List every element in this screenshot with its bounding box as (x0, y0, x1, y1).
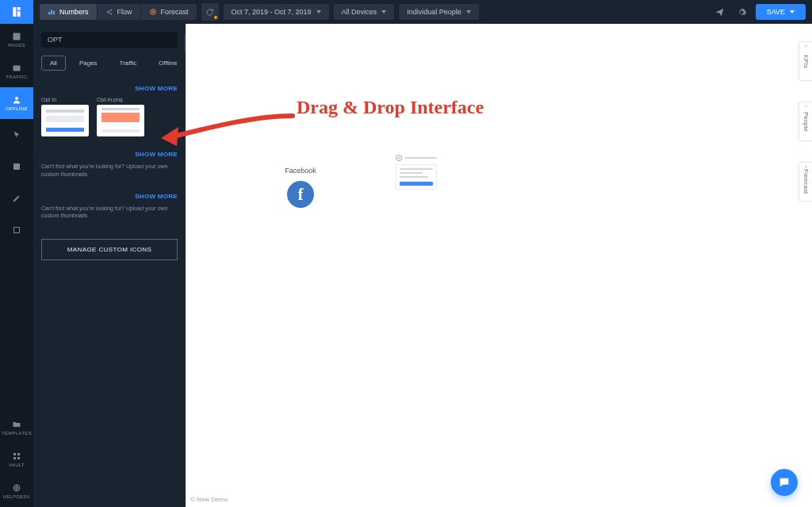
sidebar-item-pen[interactable] (0, 182, 33, 214)
canvas[interactable]: Drag & Drop Interface Facebook f © New D… (186, 24, 802, 507)
sidebar-item-pages[interactable]: PAGES (0, 24, 33, 56)
square-icon (11, 225, 22, 235)
device-filter[interactable]: All Devices (334, 4, 395, 20)
show-more-link[interactable]: SHOW MORE (41, 85, 178, 92)
send-icon (714, 7, 725, 17)
footer-text: © New Demo (190, 496, 228, 503)
sidebar-item-label: TEMPLATES (2, 431, 32, 436)
sidebar-item-label: PAGES (8, 43, 25, 48)
app-logo[interactable] (0, 0, 33, 24)
assets-panel: OPT All Pages Traffic Offline SHOW MORE … (33, 24, 186, 507)
svg-point-17 (151, 11, 154, 13)
svg-point-14 (110, 10, 112, 11)
tab-label: Offline (159, 60, 177, 67)
thumbnail-item[interactable]: Opt-in.png (97, 97, 144, 136)
tab-label: All (50, 60, 57, 67)
thumb-title: Opt In (41, 97, 89, 102)
chevron-left-icon: ‹ (802, 106, 810, 108)
segment-flow[interactable]: Flow (98, 4, 141, 20)
text-icon (11, 162, 22, 171)
svg-rect-12 (53, 11, 55, 15)
thumb-preview (97, 105, 144, 136)
svg-rect-10 (48, 12, 50, 14)
svg-rect-8 (17, 457, 20, 459)
date-range-picker[interactable]: Oct 7, 2019 - Oct 7, 2019 (224, 4, 329, 20)
page-icon (396, 155, 402, 161)
chevron-down-icon (466, 10, 471, 13)
tab-all[interactable]: All (41, 56, 66, 71)
annotation-arrow-icon (158, 106, 301, 162)
refresh-button[interactable] (201, 3, 219, 21)
segment-label: Forecast (161, 8, 189, 16)
cursor-icon (11, 130, 22, 140)
sidebar-item-traffic[interactable]: TRAFFIC (0, 56, 33, 87)
left-sidebar: PAGES TRAFFIC OFFLINE TEMPLATES VAULT HE… (0, 0, 33, 507)
save-button[interactable]: SAVE (756, 4, 806, 20)
show-more-link[interactable]: SHOW MORE (41, 193, 178, 200)
chevron-left-icon: ‹ (802, 45, 810, 48)
segment-forecast[interactable]: Forecast (141, 4, 197, 20)
chat-icon (778, 476, 791, 489)
pen-icon (11, 194, 22, 203)
svg-point-16 (150, 10, 155, 15)
optin-node[interactable] (396, 155, 437, 190)
svg-rect-6 (17, 453, 20, 455)
chat-button[interactable] (771, 469, 798, 496)
svg-point-15 (110, 13, 112, 15)
node-header (396, 155, 437, 161)
traffic-icon (11, 63, 22, 73)
top-toolbar: Numbers Flow Forecast Oct 7, 2019 - Oct … (33, 0, 812, 24)
thumbnail-item[interactable]: Opt In (41, 97, 89, 136)
date-label: Oct 7, 2019 - Oct 7, 2019 (232, 8, 312, 16)
tab-label: Pages (79, 60, 98, 67)
sidebar-item-templates[interactable]: TEMPLATES (0, 412, 33, 444)
svg-rect-7 (13, 457, 16, 459)
sidebar-item-vault[interactable]: VAULT (0, 444, 33, 475)
segment-label: Numbers (59, 8, 89, 16)
sidebar-item-offline[interactable]: OFFLINE (0, 87, 33, 119)
sidebar-item-helpdesk[interactable]: HELPDESK (0, 475, 33, 507)
sidebar-item-text[interactable] (0, 151, 33, 182)
folder-icon (11, 420, 22, 429)
tab-offline[interactable]: Offline (150, 56, 186, 71)
gear-icon (737, 7, 747, 17)
svg-rect-3 (13, 163, 20, 170)
notification-dot (214, 16, 217, 19)
sidebar-item-square[interactable] (0, 214, 33, 246)
svg-rect-5 (13, 453, 16, 455)
refresh-icon (205, 8, 214, 17)
offline-icon (11, 95, 22, 105)
right-tab-forecast[interactable]: ‹ Forecast (799, 162, 812, 202)
people-label: Individual People (407, 8, 462, 16)
grid-icon (11, 451, 22, 461)
target-icon (149, 8, 157, 16)
people-filter[interactable]: Individual People (399, 4, 479, 20)
share-button[interactable] (711, 3, 729, 21)
segment-numbers[interactable]: Numbers (40, 4, 98, 20)
search-input[interactable]: OPT (41, 32, 178, 48)
save-label: SAVE (767, 8, 785, 16)
chevron-down-icon (381, 10, 386, 13)
svg-point-13 (106, 11, 108, 13)
device-label: All Devices (342, 8, 377, 16)
chevron-left-icon: ‹ (802, 166, 810, 168)
sidebar-item-cursor[interactable] (0, 119, 33, 151)
svg-rect-0 (13, 33, 21, 40)
panel-tabs: All Pages Traffic Offline (41, 56, 178, 71)
search-value: OPT (48, 36, 63, 44)
node-label: Facebook (273, 167, 328, 175)
chevron-down-icon (316, 10, 321, 13)
manage-icons-button[interactable]: MANAGE CUSTOM ICONS (41, 239, 178, 260)
tab-pages[interactable]: Pages (71, 56, 106, 71)
tab-traffic[interactable]: Traffic (111, 56, 146, 71)
right-tab-people[interactable]: ‹ People (799, 102, 812, 141)
thumb-title: Opt-in.png (97, 97, 144, 102)
settings-button[interactable] (733, 3, 751, 21)
facebook-node[interactable]: Facebook f (273, 167, 328, 208)
sidebar-item-label: OFFLINE (6, 106, 27, 111)
svg-rect-1 (13, 66, 21, 71)
svg-rect-4 (14, 228, 20, 233)
thumb-preview (41, 105, 89, 136)
view-segment: Numbers Flow Forecast (40, 4, 197, 20)
right-tab-kpis[interactable]: ‹ KPIs (799, 41, 812, 81)
